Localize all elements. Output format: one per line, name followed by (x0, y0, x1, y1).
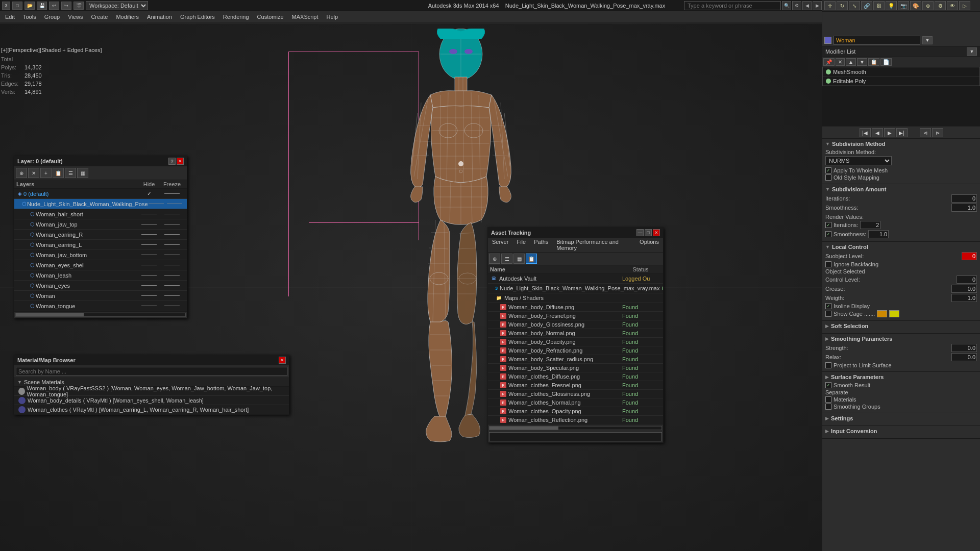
mat-close-btn[interactable]: ✕ (279, 357, 286, 364)
new-btn[interactable]: □ (12, 2, 22, 10)
at-menu-0[interactable]: Server (488, 238, 512, 252)
modifier-bulb-1[interactable] (826, 79, 831, 84)
rp-icon-motion[interactable]: ▷ (959, 1, 970, 10)
at-title[interactable]: Asset Tracking — □ ✕ (488, 228, 663, 238)
layer-freeze-1[interactable] (164, 204, 185, 204)
search-btn[interactable]: 🔍 (782, 1, 791, 10)
app-icon[interactable]: 3 (2, 2, 10, 10)
layer-freeze-9[interactable] (159, 285, 185, 286)
layer-row-6[interactable]: ⬡ Woman_jaw_bottom (14, 250, 187, 260)
layer-scroll-thumb[interactable] (16, 313, 84, 316)
surface-params-header[interactable]: ▶ Surface Parameters (825, 374, 977, 380)
paste-mod-btn[interactable]: 📋 (868, 58, 879, 66)
at-row-7[interactable]: R Woman_body_Opacity.png Found (488, 338, 663, 346)
rp-name-input[interactable] (834, 36, 920, 45)
mat-row-0[interactable]: Woman_body ( VRayFastSSS2 ) [Woman, Woma… (14, 387, 289, 396)
layer-row-7[interactable]: ⬡ Woman_eyes_shell (14, 260, 187, 270)
mat-search-input[interactable] (16, 367, 287, 376)
at-row-12[interactable]: R Woman_clothes_Fresnel.png Found (488, 381, 663, 390)
subobj-spinner[interactable] (962, 252, 977, 260)
modifier-item-editablepoly[interactable]: Editable Poly (823, 77, 979, 86)
input-conversion-header[interactable]: ▶ Input Conversion (825, 428, 977, 434)
rp-icon-scale[interactable]: ⤡ (849, 1, 860, 10)
layer-hide-9[interactable] (139, 285, 159, 286)
layer-freeze-2[interactable] (159, 214, 185, 214)
menu-item-views[interactable]: Views (64, 11, 87, 22)
at-scroll-track[interactable] (489, 426, 662, 430)
at-row-3[interactable]: R Woman_body_Diffuse.png Found (488, 303, 663, 312)
layer-row-1[interactable]: ⬡ Nude_Light_Skin_Black_Woman_Walking_Po… (14, 199, 187, 209)
rp-color-btn[interactable] (824, 37, 831, 44)
old-style-check[interactable] (825, 174, 831, 181)
layer-row-5[interactable]: ⬡ Woman_earring_L (14, 240, 187, 250)
layer-freeze-4[interactable] (159, 234, 185, 235)
layer-hide-7[interactable] (139, 265, 159, 265)
at-row-2[interactable]: 📁 Maps / Shaders (488, 293, 663, 303)
at-menu-3[interactable]: Bitmap Performance and Memory (552, 238, 635, 252)
show-cage-check[interactable] (825, 311, 831, 317)
ctrl-level-spinner[interactable] (957, 276, 977, 284)
at-row-6[interactable]: R Woman_body_Normal.png Found (488, 329, 663, 338)
layer-scroll-track[interactable] (15, 313, 186, 317)
layer-freeze-8[interactable] (159, 275, 185, 276)
layer-hide-10[interactable] (139, 295, 159, 296)
smoothing-params-header[interactable]: ▶ Smoothing Parameters (825, 336, 977, 342)
layer-tool-2[interactable]: ✕ (28, 168, 39, 178)
at-scroll-thumb[interactable] (489, 427, 558, 430)
at-menu-2[interactable]: Paths (530, 238, 552, 252)
layer-tool-6[interactable]: ▦ (77, 168, 88, 178)
menu-item-maxscript[interactable]: MAXScript (288, 11, 323, 22)
layer-scrollbar[interactable] (14, 311, 187, 318)
nav-last[interactable]: ▶| (896, 128, 908, 137)
at-tool-1[interactable]: ⊕ (489, 254, 500, 264)
crease-spinner[interactable] (951, 285, 977, 293)
subdivision-method-header[interactable]: ▼ Subdivision Method (825, 141, 977, 147)
subdivision-amount-header[interactable]: ▼ Subdivision Amount (825, 186, 977, 192)
layer-freeze-0[interactable] (159, 193, 185, 194)
rp-icon-helper[interactable]: ⊕ (922, 1, 934, 10)
menu-item-customize[interactable]: Customize (253, 11, 288, 22)
render-smooth-check[interactable] (825, 231, 831, 237)
search-options-btn[interactable]: ⚙ (792, 1, 801, 10)
menu-item-create[interactable]: Create (87, 11, 112, 22)
smooth-result-check[interactable] (825, 382, 831, 388)
at-row-0[interactable]: 🏛 Autodesk Vault Logged Ou (488, 274, 663, 284)
layer-row-0[interactable]: ◈ 0 (default) ✓ (14, 189, 187, 199)
nav-prev[interactable]: ◀ (872, 128, 883, 137)
layer-row-11[interactable]: ⬡ Woman_tongue (14, 301, 187, 311)
layer-row-4[interactable]: ⬡ Woman_earring_R (14, 230, 187, 240)
nav-kf-next[interactable]: ⊳ (932, 128, 943, 137)
layer-hide-8[interactable] (139, 275, 159, 276)
rp-icon-link[interactable]: 🔗 (861, 1, 872, 10)
menu-item-group[interactable]: Group (40, 11, 64, 22)
at-menu-1[interactable]: File (512, 238, 530, 252)
layer-hide-5[interactable] (139, 244, 159, 245)
smooth-spinner[interactable] (951, 204, 977, 212)
layer-tool-5[interactable]: ☰ (65, 168, 76, 178)
at-row-9[interactable]: R Woman_body_Scatter_radius.png Found (488, 355, 663, 364)
render-iter-check[interactable] (825, 222, 831, 228)
smoothing-groups-check[interactable] (825, 404, 831, 410)
at-max-btn[interactable]: □ (645, 229, 652, 236)
layer-close-btn[interactable]: ✕ (177, 158, 184, 165)
at-row-14[interactable]: R Woman_clothes_Normal.png Found (488, 398, 663, 407)
apply-whole-mesh-check[interactable] (825, 167, 831, 173)
redo-btn[interactable]: ↪ (61, 2, 71, 10)
rp-icon-rotate[interactable]: ↻ (837, 1, 848, 10)
at-row-13[interactable]: R Woman_clothes_Glossiness.png Found (488, 390, 663, 398)
iter-spinner[interactable] (951, 194, 977, 203)
modifier-list-expand[interactable]: ▼ (967, 47, 977, 56)
layer-hide-0[interactable]: ✓ (139, 190, 159, 197)
layer-hide-6[interactable] (139, 255, 159, 255)
layer-freeze-11[interactable] (159, 306, 185, 306)
move-up-mod-btn[interactable]: ▲ (846, 58, 856, 66)
at-row-5[interactable]: R Woman_body_Glossiness.png Found (488, 320, 663, 329)
nav-first[interactable]: |◀ (860, 128, 871, 137)
pin-mod-btn[interactable]: 📌 (823, 58, 835, 66)
at-menu-4[interactable]: Options (635, 238, 663, 252)
layer-row-3[interactable]: ⬡ Woman_jaw_top (14, 219, 187, 230)
search-input[interactable] (684, 1, 781, 10)
modifier-bulb-0[interactable] (826, 69, 831, 74)
at-tool-2[interactable]: ☰ (501, 254, 512, 264)
ignore-bf-check[interactable] (825, 261, 831, 267)
